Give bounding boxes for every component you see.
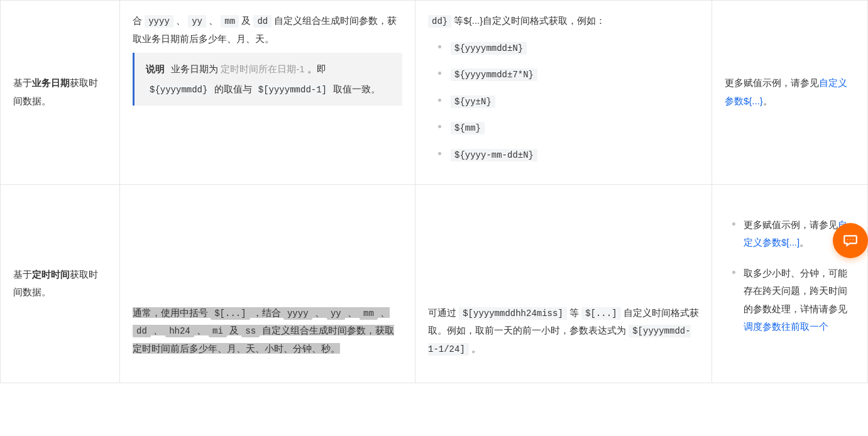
code: ${yyyymmdd±7*N} [451,68,537,81]
code: yyyy [145,15,173,28]
list-item: ${mm} [451,119,699,137]
list-item: ${yyyy-mm-dd±N} [451,146,699,164]
code: hh24 [165,325,194,337]
note-box: 说明业务日期为 定时时间所在日期-1 。即 ${yyyymmdd} 的取值与 $… [133,53,402,106]
code: yyyy [283,307,312,320]
code: ${yy±N} [451,95,495,108]
code: ${yyyy-mm-dd±N} [451,149,537,161]
link-schedule-param[interactable]: 调度参数往前取一个 [744,321,828,332]
list-item: ${yy±N} [451,92,699,111]
text: 更多赋值示例，请参见 [725,77,819,88]
code: ${yyyymmdd} [146,84,211,96]
svg-point-1 [850,239,850,240]
code: ${yyyymmdd±N} [451,42,527,55]
code: ${mm} [451,122,485,134]
cell-more: 更多赋值示例，请参见自定义参数$[...]。 取多少小时、分钟，可能存在跨天问题… [712,184,868,383]
paragraph: 合 yyyy 、 yy 、 mm 及 dd 自定义组合生成时间参数，获取业务日期… [133,12,402,48]
list-item: 取多少小时、分钟，可能存在跨天问题，跨天时间的参数处理，详情请参见调度参数往前取… [744,264,855,336]
code: dd [253,15,272,28]
chat-fab[interactable] [833,223,868,258]
code: $[yyyymmdd-1] [255,84,331,96]
code: $[yyyymmddhh24miss] [459,307,567,320]
doc-table: 基于业务日期获取时间数据。 合 yyyy 、 yy 、 mm 及 dd 自定义组… [0,0,868,383]
cell-format: 可通过 $[yyyymmddhh24miss] 等 $[...] 自定义时间格式… [415,184,712,383]
code: yy [327,307,345,320]
text-bold: 定时时间 [32,269,70,280]
text: 基于 [13,269,32,280]
example-list: ${yyyymmdd±N} ${yyyymmdd±7*N} ${yy±N} ${… [428,39,699,164]
code: ss [241,325,260,337]
paragraph: 可通过 $[yyyymmddhh24miss] 等 $[...] 自定义时间格式… [428,304,699,358]
table-row: 基于定时时间获取时间数据。 通常，使用中括号 $[...] ，结合 yyyy 、… [1,184,868,383]
paragraph: dd} 等${...}自定义时间格式获取，例如： [428,12,699,30]
code: dd [133,325,151,337]
code: dd} [428,15,451,28]
code: mm [360,307,378,320]
code: $[...] [211,307,250,320]
cell-more: 更多赋值示例，请参见自定义参数${...}。 [712,1,868,185]
cell-format: dd} 等${...}自定义时间格式获取，例如： ${yyyymmdd±N} $… [415,1,712,185]
table-row: 基于业务日期获取时间数据。 合 yyyy 、 yy 、 mm 及 dd 自定义组… [1,1,868,185]
svg-point-2 [853,239,854,240]
cell-usage: 通常，使用中括号 $[...] ，结合 yyyy 、 yy 、 mm 、 dd … [120,184,415,383]
svg-point-0 [847,239,848,240]
text-bold: 业务日期 [32,77,70,88]
chat-icon [842,232,859,249]
cell-scenario: 基于定时时间获取时间数据。 [1,184,120,383]
code: $[...] [581,307,620,320]
text-grey: 定时时间所在日期-1 [221,63,304,74]
text: 基于 [13,77,32,88]
list-item: ${yyyymmdd±N} [451,39,699,57]
code: yy [188,15,206,28]
code: mm [221,15,239,28]
cell-usage: 合 yyyy 、 yy 、 mm 及 dd 自定义组合生成时间参数，获取业务日期… [120,1,415,185]
cell-scenario: 基于业务日期获取时间数据。 [1,1,120,185]
code: mi [209,325,227,337]
list-item: ${yyyymmdd±7*N} [451,65,699,84]
note-label: 说明 [146,63,165,74]
highlighted-text: 通常，使用中括号 $[...] ，结合 yyyy 、 yy 、 mm 、 dd … [133,307,394,354]
